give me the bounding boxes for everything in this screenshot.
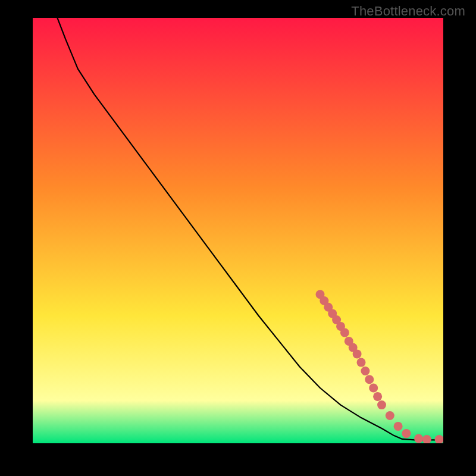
marker-point	[340, 328, 349, 337]
chart-frame: TheBottleneck.com	[0, 0, 476, 476]
marker-point	[402, 429, 411, 438]
marker-point	[414, 434, 423, 443]
plot-area	[33, 18, 443, 443]
marker-point	[357, 358, 366, 367]
watermark-text: TheBottleneck.com	[351, 4, 465, 19]
marker-point	[373, 392, 382, 401]
marker-point	[386, 411, 394, 420]
marker-point	[394, 422, 403, 431]
chart-svg	[33, 18, 443, 443]
marker-point	[377, 400, 386, 409]
marker-point	[369, 384, 378, 393]
marker-point	[365, 375, 374, 384]
marker-point	[361, 367, 369, 375]
plot-background	[33, 18, 443, 443]
marker-point	[353, 349, 362, 358]
